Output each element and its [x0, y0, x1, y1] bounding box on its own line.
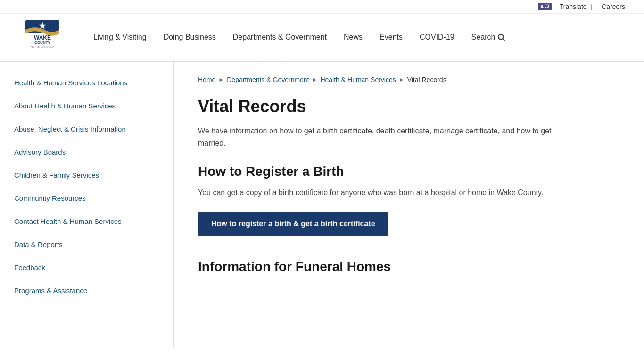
breadcrumb-arrow-2: ► [312, 76, 318, 83]
search-icon [497, 33, 505, 41]
page-intro-text: We have information on how to get a birt… [198, 125, 575, 149]
nav-doing-business[interactable]: Doing Business [155, 28, 224, 46]
sidebar: Health & Human Services Locations About … [0, 62, 174, 348]
svg-text:NORTH CAROLINA: NORTH CAROLINA [31, 45, 54, 48]
breadcrumb-arrow-3: ► [399, 76, 405, 83]
breadcrumb-arrow-1: ► [218, 76, 224, 83]
nav-departments-government[interactable]: Departments & Government [224, 28, 335, 46]
logo[interactable]: WAKE COUNTY NORTH CAROLINA [19, 18, 66, 56]
search-label: Search [471, 33, 495, 41]
utility-bar: A🗨 Translate | Careers [0, 0, 644, 14]
page-layout: Health & Human Services Locations About … [0, 62, 644, 348]
sidebar-item-abuse-neglect[interactable]: Abuse, Neglect & Crisis Information [0, 117, 173, 140]
sidebar-item-programs-assistance[interactable]: Programs & Assistance [0, 279, 173, 302]
section1-title: How to Register a Birth [198, 164, 575, 179]
svg-text:COUNTY: COUNTY [34, 41, 50, 45]
sidebar-item-data-reports[interactable]: Data & Reports [0, 233, 173, 256]
site-header: WAKE COUNTY NORTH CAROLINA Living & Visi… [0, 14, 644, 62]
nav-covid[interactable]: COVID-19 [411, 28, 463, 46]
nav-living-visiting[interactable]: Living & Visiting [85, 28, 155, 46]
breadcrumb-departments[interactable]: Departments & Government [227, 76, 309, 83]
page-title: Vital Records [198, 97, 575, 116]
main-content: Home ► Departments & Government ► Health… [174, 62, 599, 348]
careers-link[interactable]: Careers [602, 3, 625, 10]
nav-events[interactable]: Events [371, 28, 411, 46]
nav-news[interactable]: News [335, 28, 371, 46]
section1-text: You can get a copy of a birth certificat… [198, 187, 575, 199]
sidebar-item-advisory-boards[interactable]: Advisory Boards [0, 140, 173, 164]
translate-icon: A🗨 [538, 3, 552, 10]
svg-text:WAKE: WAKE [34, 34, 51, 41]
breadcrumb-current: Vital Records [407, 76, 446, 83]
translate-link[interactable]: Translate [560, 3, 587, 10]
nav-search[interactable]: Search [463, 28, 514, 46]
section2-title: Information for Funeral Homes [198, 259, 575, 274]
sidebar-item-children-family[interactable]: Children & Family Services [0, 164, 173, 187]
sidebar-item-community-resources[interactable]: Community Resources [0, 187, 173, 210]
breadcrumb: Home ► Departments & Government ► Health… [198, 76, 575, 83]
main-nav: Living & Visiting Doing Business Departm… [85, 28, 625, 46]
sidebar-item-feedback[interactable]: Feedback [0, 256, 173, 279]
sidebar-item-hhs-locations[interactable]: Health & Human Services Locations [0, 71, 173, 94]
svg-line-6 [503, 39, 505, 41]
sidebar-item-about-hhs[interactable]: About Health & Human Services [0, 94, 173, 117]
breadcrumb-hhs[interactable]: Health & Human Services [320, 76, 396, 83]
breadcrumb-home[interactable]: Home [198, 76, 215, 83]
sidebar-item-contact-hhs[interactable]: Contact Health & Human Services [0, 210, 173, 233]
birth-certificate-cta-button[interactable]: How to register a birth & get a birth ce… [198, 212, 388, 236]
utility-divider: | [591, 3, 593, 10]
